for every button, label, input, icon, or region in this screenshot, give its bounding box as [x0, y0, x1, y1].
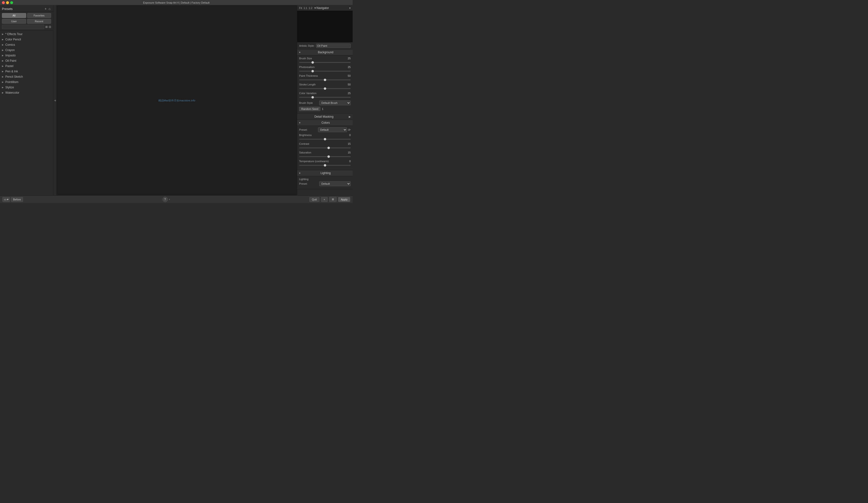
colors-section: ▾ Colors Preset: Default Warm Cool ⟳ — [297, 120, 353, 170]
contrast-slider[interactable] — [299, 147, 351, 148]
stroke-length-slider-row: Stroke Length 50 — [299, 83, 351, 90]
filter-all-button[interactable]: All — [2, 13, 26, 18]
random-seed-button[interactable]: Random Seed — [299, 107, 320, 111]
sidebar-filters: All Favorites User Recent ⊞ ⊟ — [0, 12, 53, 31]
navigator-preview — [297, 11, 353, 42]
grid-view-toggle[interactable]: ⊟ — [49, 25, 51, 29]
list-view-toggle[interactable]: ⊞ — [45, 25, 48, 29]
lighting-sub-label: Lighting — [299, 178, 309, 180]
preset-item-label: Pointillism — [5, 80, 18, 84]
background-section-header[interactable]: ▾ Background — [297, 49, 353, 55]
quit-button[interactable]: Quit — [309, 197, 319, 202]
sidebar-item-watercolor[interactable]: ▶Watercolor — [0, 90, 53, 95]
photorealism-slider-row: Photorealism 25 — [299, 66, 351, 72]
sidebar-item-pen---ink[interactable]: ▶Pen & Ink — [0, 69, 53, 74]
minimize-button[interactable] — [6, 1, 9, 4]
brightness-slider-row: Brightness 0 — [299, 134, 351, 140]
preview-box-icon: ▭ — [4, 198, 7, 201]
temperature-slider-row: Temperature (cool/warm) 0 — [299, 160, 351, 167]
collapse-sidebar-toggle[interactable]: ◀ — [53, 5, 57, 195]
photorealism-value: 25 — [345, 66, 351, 69]
sidebar-item-crayon[interactable]: ▶Crayon — [0, 48, 53, 53]
titlebar: Exposure Software Snap Art 4 | Default |… — [0, 0, 353, 5]
chevron-icon: ▶ — [2, 60, 4, 62]
window-title: Exposure Software Snap Art 4 | Default |… — [143, 1, 210, 4]
brush-style-select[interactable]: Default Brush Round Flat — [319, 101, 351, 105]
bottom-left: ▭ ▾ Before — [2, 197, 23, 202]
navigator-section: Fit 1:1 1:2 ▼ Navigator ▾ — [297, 5, 353, 42]
colors-preset-select[interactable]: Default Warm Cool — [318, 127, 347, 132]
filter-recent-button[interactable]: Recent — [27, 19, 51, 24]
grid-button[interactable]: ⊞ — [329, 197, 337, 202]
filter-row-2: User Recent — [2, 19, 51, 24]
colors-section-header[interactable]: ▾ Colors — [297, 120, 353, 126]
help-icon: ? — [164, 198, 166, 201]
nav-1-2-button[interactable]: 1:2 — [309, 7, 312, 9]
color-variation-label: Color Variation — [299, 92, 317, 95]
filter-user-button[interactable]: User — [2, 19, 26, 24]
nav-1-1-button[interactable]: 1:1 — [303, 7, 307, 9]
chevron-icon: ▶ — [2, 33, 4, 35]
artistic-style-row: Artistic Style: Oil Paint Watercolor Pen… — [297, 42, 353, 49]
sidebar-item-pointillism[interactable]: ▶Pointillism — [0, 80, 53, 85]
maximize-button[interactable] — [10, 1, 13, 4]
lighting-label-row: Lighting — [299, 178, 351, 180]
add-preset-button[interactable]: + — [44, 7, 47, 11]
brush-size-slider[interactable] — [299, 62, 351, 63]
artistic-style-select[interactable]: Oil Paint Watercolor Pencil Sketch Comic… — [316, 44, 351, 48]
artistic-style-label: Artistic Style: — [299, 44, 314, 47]
preview-box-button[interactable]: ▭ ▾ — [2, 197, 10, 202]
stroke-length-slider[interactable] — [299, 88, 351, 89]
saturation-slider[interactable] — [299, 156, 351, 157]
colors-preset-row: Preset: Default Warm Cool ⟳ — [299, 127, 351, 132]
chevron-icon: ▶ — [2, 49, 4, 51]
filter-favorites-button[interactable]: Favorites — [27, 13, 51, 18]
sidebar-item---effects-tour[interactable]: ▶* Effects Tour — [0, 31, 53, 37]
home-preset-button[interactable]: ⌂ — [48, 7, 51, 11]
color-variation-value: 25 — [345, 92, 351, 95]
sidebar-item-impasto[interactable]: ▶Impasto — [0, 53, 53, 58]
lighting-section-header[interactable]: ▾ Lighting — [297, 170, 353, 176]
colors-section-content: Preset: Default Warm Cool ⟳ Brightness 0 — [297, 126, 353, 170]
chevron-icon: ▶ — [2, 70, 4, 73]
stroke-length-value: 50 — [345, 83, 351, 86]
search-input[interactable] — [2, 25, 44, 29]
preset-item-label: Watercolor — [5, 91, 19, 94]
sidebar-item-comics[interactable]: ▶Comics — [0, 42, 53, 48]
sidebar-item-pastel[interactable]: ▶Pastel — [0, 63, 53, 69]
preset-item-label: * Effects Tour — [5, 32, 22, 36]
chevron-icon: ▶ — [2, 38, 4, 41]
brightness-label: Brightness — [299, 134, 312, 137]
background-section-content: Brush Size 25 Photorealism 25 Paint Thic… — [297, 55, 353, 114]
photorealism-slider[interactable] — [299, 71, 351, 72]
temperature-slider[interactable] — [299, 165, 351, 166]
color-variation-slider[interactable] — [299, 97, 351, 98]
brush-size-slider-row: Brush Size 25 — [299, 57, 351, 64]
nav-fit-button[interactable]: Fit — [299, 7, 302, 9]
colors-reset-button[interactable]: ⟳ — [348, 128, 351, 132]
sidebar-item-pencil-sketch[interactable]: ▶Pencil Sketch — [0, 74, 53, 80]
saturation-value: 15 — [345, 151, 351, 154]
brush-style-row: Brush Style Default Brush Round Flat — [299, 101, 351, 105]
filter-row-1: All Favorites — [2, 13, 51, 18]
sidebar-header-icons: + ⌂ — [44, 7, 51, 11]
chevron-icon: ▶ — [2, 81, 4, 83]
colors-section-title: Colors — [301, 121, 351, 124]
sidebar-item-oil-paint[interactable]: ▶Oil Paint — [0, 58, 53, 63]
navigator-toggle[interactable]: ▾ — [349, 7, 351, 10]
canvas-area[interactable]: 精品Mac软件尽在macstore.info — [57, 5, 297, 195]
paint-thickness-slider[interactable] — [299, 80, 351, 80]
help-button[interactable]: ? — [163, 197, 168, 202]
close-button[interactable] — [2, 1, 5, 4]
detail-masking-header[interactable]: Detail Masking ▶ — [297, 114, 353, 120]
add-button[interactable]: + — [321, 197, 328, 202]
photorealism-label: Photorealism — [299, 66, 314, 69]
sidebar-item-color-pencil[interactable]: ▶Color Pencil — [0, 37, 53, 42]
sidebar-item-stylize[interactable]: ▶Stylize — [0, 85, 53, 90]
chevron-icon: ▶ — [2, 44, 4, 46]
brightness-slider[interactable] — [299, 139, 351, 140]
lighting-preset-select[interactable]: Default — [319, 181, 351, 186]
before-button[interactable]: Before — [11, 197, 23, 202]
nav-expand-button[interactable]: ▼ — [314, 7, 317, 9]
apply-button[interactable]: Apply — [338, 197, 350, 202]
